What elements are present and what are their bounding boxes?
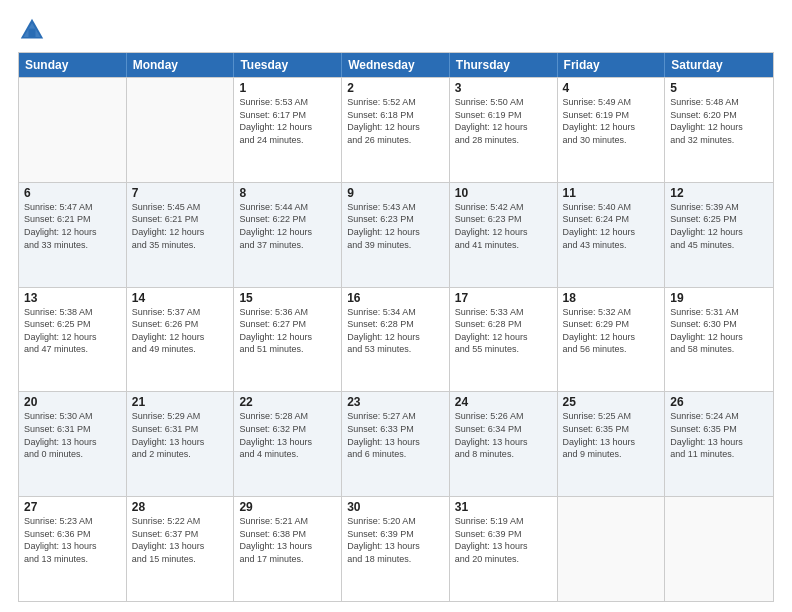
calendar-cell-r4-c4: 31Sunrise: 5:19 AM Sunset: 6:39 PM Dayli… [450,497,558,601]
day-info: Sunrise: 5:43 AM Sunset: 6:23 PM Dayligh… [347,201,444,251]
day-info: Sunrise: 5:25 AM Sunset: 6:35 PM Dayligh… [563,410,660,460]
day-number: 22 [239,395,336,409]
day-info: Sunrise: 5:44 AM Sunset: 6:22 PM Dayligh… [239,201,336,251]
calendar-cell-r2-c2: 15Sunrise: 5:36 AM Sunset: 6:27 PM Dayli… [234,288,342,392]
day-info: Sunrise: 5:53 AM Sunset: 6:17 PM Dayligh… [239,96,336,146]
calendar-cell-r3-c2: 22Sunrise: 5:28 AM Sunset: 6:32 PM Dayli… [234,392,342,496]
day-number: 18 [563,291,660,305]
calendar-cell-r3-c4: 24Sunrise: 5:26 AM Sunset: 6:34 PM Dayli… [450,392,558,496]
svg-rect-2 [29,29,36,37]
calendar-cell-r1-c1: 7Sunrise: 5:45 AM Sunset: 6:21 PM Daylig… [127,183,235,287]
day-number: 25 [563,395,660,409]
day-info: Sunrise: 5:42 AM Sunset: 6:23 PM Dayligh… [455,201,552,251]
day-number: 26 [670,395,768,409]
calendar-cell-r2-c3: 16Sunrise: 5:34 AM Sunset: 6:28 PM Dayli… [342,288,450,392]
calendar-row-1: 6Sunrise: 5:47 AM Sunset: 6:21 PM Daylig… [19,182,773,287]
day-number: 9 [347,186,444,200]
day-info: Sunrise: 5:24 AM Sunset: 6:35 PM Dayligh… [670,410,768,460]
calendar-cell-r0-c2: 1Sunrise: 5:53 AM Sunset: 6:17 PM Daylig… [234,78,342,182]
day-number: 8 [239,186,336,200]
day-info: Sunrise: 5:30 AM Sunset: 6:31 PM Dayligh… [24,410,121,460]
calendar-cell-r4-c2: 29Sunrise: 5:21 AM Sunset: 6:38 PM Dayli… [234,497,342,601]
calendar-cell-r0-c3: 2Sunrise: 5:52 AM Sunset: 6:18 PM Daylig… [342,78,450,182]
day-info: Sunrise: 5:49 AM Sunset: 6:19 PM Dayligh… [563,96,660,146]
day-info: Sunrise: 5:20 AM Sunset: 6:39 PM Dayligh… [347,515,444,565]
header-cell-sunday: Sunday [19,53,127,77]
day-number: 13 [24,291,121,305]
header [18,16,774,44]
calendar-cell-r2-c0: 13Sunrise: 5:38 AM Sunset: 6:25 PM Dayli… [19,288,127,392]
calendar-cell-r3-c5: 25Sunrise: 5:25 AM Sunset: 6:35 PM Dayli… [558,392,666,496]
day-number: 4 [563,81,660,95]
day-number: 5 [670,81,768,95]
calendar-cell-r2-c5: 18Sunrise: 5:32 AM Sunset: 6:29 PM Dayli… [558,288,666,392]
calendar-cell-r3-c6: 26Sunrise: 5:24 AM Sunset: 6:35 PM Dayli… [665,392,773,496]
day-number: 14 [132,291,229,305]
header-cell-friday: Friday [558,53,666,77]
calendar-cell-r1-c2: 8Sunrise: 5:44 AM Sunset: 6:22 PM Daylig… [234,183,342,287]
day-info: Sunrise: 5:36 AM Sunset: 6:27 PM Dayligh… [239,306,336,356]
day-info: Sunrise: 5:27 AM Sunset: 6:33 PM Dayligh… [347,410,444,460]
day-info: Sunrise: 5:32 AM Sunset: 6:29 PM Dayligh… [563,306,660,356]
calendar-header-row: SundayMondayTuesdayWednesdayThursdayFrid… [19,53,773,77]
day-info: Sunrise: 5:19 AM Sunset: 6:39 PM Dayligh… [455,515,552,565]
day-number: 1 [239,81,336,95]
day-number: 28 [132,500,229,514]
day-number: 29 [239,500,336,514]
calendar-cell-r4-c5 [558,497,666,601]
logo [18,16,50,44]
day-info: Sunrise: 5:22 AM Sunset: 6:37 PM Dayligh… [132,515,229,565]
day-number: 2 [347,81,444,95]
day-info: Sunrise: 5:26 AM Sunset: 6:34 PM Dayligh… [455,410,552,460]
day-number: 10 [455,186,552,200]
calendar-cell-r1-c6: 12Sunrise: 5:39 AM Sunset: 6:25 PM Dayli… [665,183,773,287]
header-cell-wednesday: Wednesday [342,53,450,77]
calendar-cell-r3-c3: 23Sunrise: 5:27 AM Sunset: 6:33 PM Dayli… [342,392,450,496]
calendar-row-0: 1Sunrise: 5:53 AM Sunset: 6:17 PM Daylig… [19,77,773,182]
day-info: Sunrise: 5:38 AM Sunset: 6:25 PM Dayligh… [24,306,121,356]
day-number: 17 [455,291,552,305]
calendar-cell-r2-c6: 19Sunrise: 5:31 AM Sunset: 6:30 PM Dayli… [665,288,773,392]
calendar-body: 1Sunrise: 5:53 AM Sunset: 6:17 PM Daylig… [19,77,773,601]
calendar-cell-r1-c5: 11Sunrise: 5:40 AM Sunset: 6:24 PM Dayli… [558,183,666,287]
day-info: Sunrise: 5:28 AM Sunset: 6:32 PM Dayligh… [239,410,336,460]
calendar-cell-r0-c5: 4Sunrise: 5:49 AM Sunset: 6:19 PM Daylig… [558,78,666,182]
calendar-cell-r2-c1: 14Sunrise: 5:37 AM Sunset: 6:26 PM Dayli… [127,288,235,392]
day-info: Sunrise: 5:47 AM Sunset: 6:21 PM Dayligh… [24,201,121,251]
calendar-cell-r3-c0: 20Sunrise: 5:30 AM Sunset: 6:31 PM Dayli… [19,392,127,496]
logo-icon [18,16,46,44]
day-info: Sunrise: 5:50 AM Sunset: 6:19 PM Dayligh… [455,96,552,146]
calendar-cell-r0-c0 [19,78,127,182]
day-number: 6 [24,186,121,200]
calendar-cell-r0-c4: 3Sunrise: 5:50 AM Sunset: 6:19 PM Daylig… [450,78,558,182]
calendar-cell-r4-c1: 28Sunrise: 5:22 AM Sunset: 6:37 PM Dayli… [127,497,235,601]
day-number: 23 [347,395,444,409]
page: SundayMondayTuesdayWednesdayThursdayFrid… [0,0,792,612]
day-number: 21 [132,395,229,409]
day-number: 19 [670,291,768,305]
calendar: SundayMondayTuesdayWednesdayThursdayFrid… [18,52,774,602]
day-info: Sunrise: 5:52 AM Sunset: 6:18 PM Dayligh… [347,96,444,146]
calendar-cell-r1-c3: 9Sunrise: 5:43 AM Sunset: 6:23 PM Daylig… [342,183,450,287]
calendar-row-4: 27Sunrise: 5:23 AM Sunset: 6:36 PM Dayli… [19,496,773,601]
day-number: 16 [347,291,444,305]
calendar-row-3: 20Sunrise: 5:30 AM Sunset: 6:31 PM Dayli… [19,391,773,496]
header-cell-tuesday: Tuesday [234,53,342,77]
calendar-cell-r4-c3: 30Sunrise: 5:20 AM Sunset: 6:39 PM Dayli… [342,497,450,601]
day-number: 31 [455,500,552,514]
day-info: Sunrise: 5:21 AM Sunset: 6:38 PM Dayligh… [239,515,336,565]
day-info: Sunrise: 5:31 AM Sunset: 6:30 PM Dayligh… [670,306,768,356]
day-number: 20 [24,395,121,409]
day-number: 12 [670,186,768,200]
day-number: 15 [239,291,336,305]
day-info: Sunrise: 5:45 AM Sunset: 6:21 PM Dayligh… [132,201,229,251]
header-cell-thursday: Thursday [450,53,558,77]
calendar-cell-r0-c1 [127,78,235,182]
calendar-cell-r1-c4: 10Sunrise: 5:42 AM Sunset: 6:23 PM Dayli… [450,183,558,287]
calendar-cell-r4-c6 [665,497,773,601]
calendar-cell-r0-c6: 5Sunrise: 5:48 AM Sunset: 6:20 PM Daylig… [665,78,773,182]
day-info: Sunrise: 5:40 AM Sunset: 6:24 PM Dayligh… [563,201,660,251]
day-info: Sunrise: 5:48 AM Sunset: 6:20 PM Dayligh… [670,96,768,146]
day-number: 7 [132,186,229,200]
calendar-cell-r4-c0: 27Sunrise: 5:23 AM Sunset: 6:36 PM Dayli… [19,497,127,601]
